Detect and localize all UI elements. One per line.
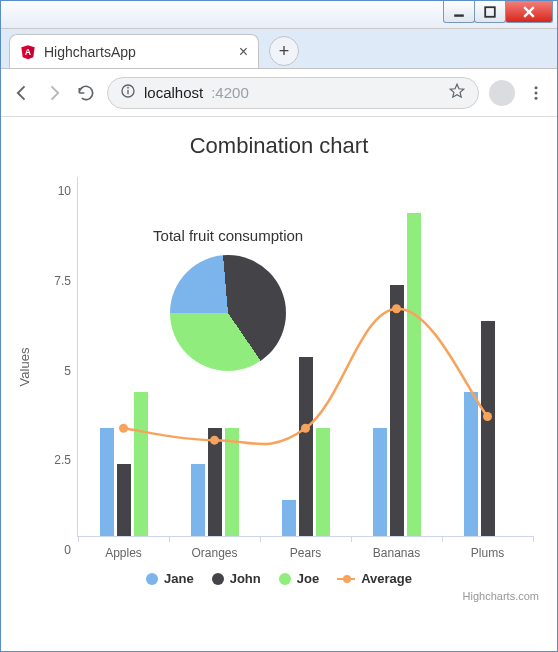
chart-credits[interactable]: Highcharts.com [7, 586, 551, 606]
y-tick-label: 7.5 [41, 274, 71, 288]
browser-tab[interactable]: A HighchartsApp × [9, 34, 259, 68]
forward-button[interactable] [43, 82, 65, 104]
page-content: Combination chart Values ApplesOrangesPe… [1, 117, 557, 651]
url-host: localhost [144, 84, 203, 101]
svg-text:A: A [25, 47, 32, 57]
browser-toolbar: localhost:4200 [1, 69, 557, 117]
legend-label: Joe [297, 571, 319, 586]
legend-item-average[interactable]: Average [337, 571, 412, 586]
tab-title: HighchartsApp [44, 44, 231, 60]
svg-point-12 [535, 96, 538, 99]
bookmark-star-icon[interactable] [448, 82, 466, 103]
x-tick-label: Bananas [373, 546, 420, 560]
legend-label: John [230, 571, 261, 586]
legend-item-jane[interactable]: Jane [146, 571, 194, 586]
url-port: :4200 [211, 84, 249, 101]
browser-window: A HighchartsApp × + localhost:4200 [0, 0, 558, 652]
bar-john[interactable] [299, 357, 313, 537]
bar-john[interactable] [117, 464, 131, 536]
chart-plot: Values ApplesOrangesPearsBananasPlumsTot… [7, 167, 551, 567]
category-group [373, 213, 421, 536]
legend-label: Average [361, 571, 412, 586]
bar-joe[interactable] [407, 213, 421, 536]
bar-joe[interactable] [134, 392, 148, 536]
pie-chart[interactable] [170, 255, 286, 371]
legend-swatch-icon [212, 573, 224, 585]
bar-john[interactable] [208, 428, 222, 536]
y-tick-label: 0 [41, 543, 71, 557]
y-tick-label: 5 [41, 364, 71, 378]
window-buttons [444, 1, 553, 23]
kebab-menu-icon[interactable] [525, 82, 547, 104]
svg-rect-1 [485, 7, 495, 17]
legend-swatch-icon [146, 573, 158, 585]
x-tick-label: Oranges [191, 546, 237, 560]
bar-jane[interactable] [373, 428, 387, 536]
legend-line-icon [337, 574, 355, 584]
tab-strip: A HighchartsApp × + [1, 29, 557, 69]
y-axis-label: Values [17, 348, 32, 387]
bar-john[interactable] [481, 321, 495, 536]
bar-jane[interactable] [191, 464, 205, 536]
svg-point-9 [127, 87, 129, 89]
category-group [100, 392, 148, 536]
chart-legend: JaneJohnJoeAverage [7, 571, 551, 586]
legend-item-joe[interactable]: Joe [279, 571, 319, 586]
maximize-button[interactable] [474, 1, 506, 23]
close-tab-icon[interactable]: × [239, 43, 248, 61]
category-group [191, 428, 239, 536]
chart-title: Combination chart [7, 133, 551, 159]
category-group [464, 321, 512, 536]
back-button[interactable] [11, 82, 33, 104]
x-tick-label: Apples [105, 546, 142, 560]
y-tick-label: 10 [41, 184, 71, 198]
new-tab-button[interactable]: + [269, 36, 299, 66]
bar-joe[interactable] [316, 428, 330, 536]
svg-point-10 [535, 86, 538, 89]
reload-button[interactable] [75, 82, 97, 104]
svg-point-11 [535, 91, 538, 94]
site-info-icon[interactable] [120, 83, 136, 102]
x-tick-label: Plums [471, 546, 504, 560]
y-tick-label: 2.5 [41, 453, 71, 467]
profile-avatar[interactable] [489, 80, 515, 106]
category-group [282, 357, 330, 537]
legend-swatch-icon [279, 573, 291, 585]
angular-icon: A [20, 44, 36, 60]
legend-label: Jane [164, 571, 194, 586]
bar-jane[interactable] [282, 500, 296, 536]
bar-jane[interactable] [464, 392, 478, 536]
pie-title: Total fruit consumption [153, 227, 303, 244]
x-tick-label: Pears [290, 546, 321, 560]
window-titlebar [1, 1, 557, 29]
minimize-button[interactable] [443, 1, 475, 23]
bar-jane[interactable] [100, 428, 114, 536]
bar-joe[interactable] [225, 428, 239, 536]
close-button[interactable] [505, 1, 553, 23]
legend-item-john[interactable]: John [212, 571, 261, 586]
bar-john[interactable] [390, 285, 404, 536]
address-bar[interactable]: localhost:4200 [107, 77, 479, 109]
